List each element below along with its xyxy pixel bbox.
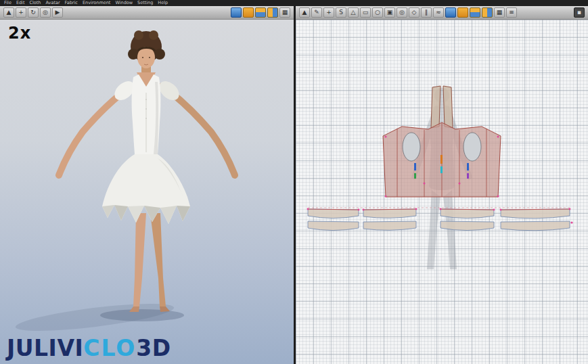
show-texture-icon[interactable]: ▦	[279, 7, 290, 18]
simulate-icon[interactable]: ▶	[52, 7, 63, 18]
pattern-bodice-block[interactable]	[383, 122, 501, 198]
watermark-3d: 3D	[136, 335, 171, 361]
segment-sewing-icon[interactable]: ∥	[421, 7, 432, 18]
pattern-render	[296, 20, 588, 364]
menu-fabric[interactable]: Fabric	[63, 0, 80, 6]
show-sewing-icon[interactable]	[445, 7, 456, 18]
settings-icon[interactable]: ≡	[506, 7, 517, 18]
avatar-head	[128, 30, 165, 68]
menu-edit[interactable]: Edit	[14, 0, 27, 6]
viewport-3d-panel: ▲ + ↻ ◎ ▶ ▦	[0, 6, 294, 364]
toolbar-3d: ▲ + ↻ ◎ ▶ ▦	[0, 6, 294, 20]
internal-circle-icon[interactable]: ◎	[397, 7, 407, 18]
viewport-2d-panel: ▲ ✎ + S △ ▭ ○ ▣ ◎ ◇ ∥ ≈ ▦ ≡ ▪	[296, 6, 588, 364]
edit-pattern-icon[interactable]: ✎	[311, 7, 322, 18]
menu-environment[interactable]: Environment	[81, 0, 113, 6]
menu-file[interactable]: File	[2, 0, 14, 6]
watermark-clo: CLO	[83, 335, 136, 361]
clo3d-application: File Edit Cloth Avatar Fabric Environmen…	[0, 0, 588, 364]
menu-help[interactable]: Help	[156, 0, 170, 6]
menubar: File Edit Cloth Avatar Fabric Environmen…	[0, 0, 588, 6]
cast-shadow	[100, 309, 184, 321]
zoom-tool-icon[interactable]: ◎	[40, 7, 51, 18]
menu-setting[interactable]: Setting	[135, 0, 155, 6]
menu-window[interactable]: Window	[113, 0, 135, 6]
show-avatar-icon[interactable]	[231, 7, 242, 18]
show-grid-icon[interactable]	[482, 7, 493, 18]
rectangle-tool-icon[interactable]: ▭	[360, 7, 371, 18]
free-sewing-icon[interactable]: ≈	[433, 7, 444, 18]
sync-2d3d-icon[interactable]	[255, 7, 266, 18]
dress[interactable]	[102, 74, 190, 224]
armhole-right	[463, 133, 481, 161]
internal-polygon-icon[interactable]: ▣	[384, 7, 395, 18]
render-mode-icon[interactable]	[267, 7, 278, 18]
add-point-icon[interactable]: +	[323, 7, 334, 18]
transform-tool-icon[interactable]: ▲	[299, 7, 310, 18]
show-garment-icon[interactable]	[243, 7, 254, 18]
3d-canvas[interactable]: 2x JULIVICLO3D	[0, 20, 294, 364]
avatar-legs	[129, 213, 170, 312]
pattern-ruffle-strips[interactable]	[308, 209, 570, 231]
menu-avatar[interactable]: Avatar	[43, 0, 62, 6]
zoom-level-label: 2x	[8, 24, 31, 43]
circle-tool-icon[interactable]: ○	[372, 7, 383, 18]
texture-editor-icon[interactable]	[470, 7, 480, 18]
select-tool-icon[interactable]: ▲	[3, 7, 14, 18]
edit-curvature-icon[interactable]: S	[336, 7, 346, 18]
toolbar-2d: ▲ ✎ + S △ ▭ ○ ▣ ◎ ◇ ∥ ≈ ▦ ≡ ▪	[296, 6, 588, 20]
polygon-tool-icon[interactable]: △	[348, 7, 359, 18]
dress-skirt	[102, 154, 190, 224]
armhole-left	[403, 133, 420, 161]
rotate-view-icon[interactable]: ↻	[28, 7, 39, 18]
avatar-3d-render[interactable]	[0, 20, 294, 364]
workspace: ▲ + ↻ ◎ ▶ ▦	[0, 6, 588, 364]
2d-pattern-canvas[interactable]	[296, 20, 588, 364]
menu-cloth[interactable]: Cloth	[27, 0, 43, 6]
pan-tool-icon[interactable]: +	[16, 7, 26, 18]
pattern-outline-icon[interactable]: ▦	[494, 7, 505, 18]
watermark-logo: JULIVICLO3D	[7, 335, 171, 361]
watermark-julivi: JULIVI	[7, 335, 83, 361]
panel-menu-icon[interactable]: ▪	[574, 7, 585, 18]
darts-tool-icon[interactable]: ◇	[409, 7, 420, 18]
show-notch-icon[interactable]	[457, 7, 468, 18]
